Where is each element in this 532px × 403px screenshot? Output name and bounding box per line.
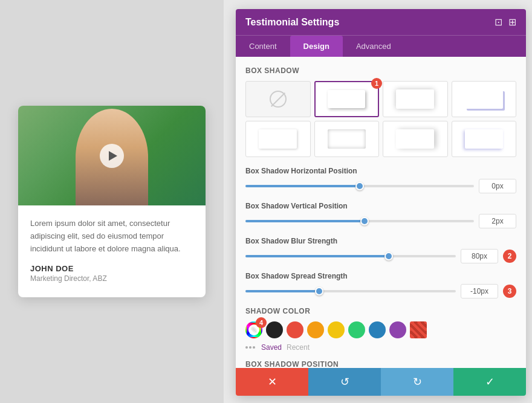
color-badge: 4 [256,317,267,328]
spread-label: Box Shadow Spread Strength [245,272,516,280]
swatch-delete[interactable] [410,321,427,338]
blur-thumb[interactable] [384,252,393,260]
vertical-fill [245,220,365,222]
shadow-preset-5[interactable] [314,121,380,157]
shadow-preset-none[interactable] [245,81,311,117]
undo-button[interactable]: ↺ [308,368,381,396]
shadow-box-3 [465,89,503,109]
shadow-preset-7[interactable] [452,121,517,157]
card-image-wrapper [18,106,206,205]
horizontal-position-row: Box Shadow Horizontal Position [245,167,516,193]
vertical-input[interactable] [479,214,516,228]
swatch-orange[interactable] [307,321,324,338]
settings-panel: Testimonial Settings ⊡ ⊞ Content Design … [236,9,526,396]
quote-text: Lorem ipsum dolor sit amet, consectetur … [30,218,193,255]
blur-badge: 2 [503,250,516,263]
color-actions: Saved Recent [261,343,310,352]
shadow-presets-grid: 1 [245,81,516,157]
selected-badge: 1 [371,78,382,89]
vertical-thumb[interactable] [360,217,369,225]
swatch-yellow[interactable] [328,321,345,338]
swatch-blue[interactable] [369,321,386,338]
shadow-box-2 [396,89,434,109]
color-special-wrap: 4 ✎ [245,321,262,338]
save-button[interactable]: ✓ [453,368,526,396]
more-dots[interactable] [245,346,255,349]
saved-link[interactable]: Saved [261,343,282,352]
shadow-box-5 [328,129,366,149]
box-shadow-label: Box Shadow [245,66,516,75]
fullscreen-icon[interactable]: ⊡ [495,16,502,28]
shadow-preset-3[interactable] [452,81,517,117]
panel-content: Box Shadow 1 [236,57,526,368]
panel-title: Testimonial Settings [245,17,339,28]
recent-link[interactable]: Recent [287,343,310,352]
horizontal-label: Box Shadow Horizontal Position [245,167,516,175]
shadow-box-4 [259,129,297,149]
tab-advanced[interactable]: Advanced [343,36,404,57]
swatch-green[interactable] [348,321,365,338]
vertical-slider-wrap [245,214,516,228]
swatch-purple[interactable] [389,321,406,338]
spread-strength-row: Box Shadow Spread Strength 3 [245,272,516,298]
spread-badge: 3 [503,285,516,298]
swatch-black[interactable] [266,321,283,338]
spread-slider-track[interactable] [245,290,456,292]
blur-input[interactable] [461,249,498,263]
preview-area: Lorem ipsum dolor sit amet, consectetur … [0,0,224,403]
vertical-label: Box Shadow Vertical Position [245,202,516,210]
testimonial-card: Lorem ipsum dolor sit amet, consectetur … [18,106,206,297]
shadow-box-7 [465,129,503,149]
spread-slider-wrap: 3 [245,284,516,298]
action-bar: ✕ ↺ ↻ ✓ [236,368,526,396]
horizontal-thumb[interactable] [355,182,364,190]
vertical-position-row: Box Shadow Vertical Position [245,202,516,228]
shadow-preset-2[interactable] [383,81,448,117]
blur-slider-track[interactable] [245,255,456,257]
shadow-preset-6[interactable] [383,121,448,157]
color-row-2: Saved Recent [245,343,516,352]
spread-fill [245,290,319,292]
spread-input[interactable] [461,284,498,298]
author-title: Marketing Director, ABZ [30,274,193,283]
shadow-preset-1[interactable]: 1 [314,81,380,117]
blur-strength-row: Box Shadow Blur Strength 2 [245,237,516,263]
tab-content[interactable]: Content [236,36,290,57]
swatch-red[interactable] [287,321,303,338]
spread-thumb[interactable] [315,287,323,295]
shadow-box-6 [396,129,434,149]
panel-header: Testimonial Settings ⊡ ⊞ [236,9,526,35]
shadow-box-1 [328,90,365,109]
card-body: Lorem ipsum dolor sit amet, consectetur … [18,205,206,297]
blur-label: Box Shadow Blur Strength [245,237,516,245]
horizontal-slider-track[interactable] [245,185,474,187]
blur-fill [245,255,389,257]
horizontal-input[interactable] [479,179,516,193]
box-shadow-position-label: Box Shadow Position [245,360,516,368]
vertical-slider-track[interactable] [245,220,474,222]
horizontal-slider-wrap [245,179,516,193]
blur-slider-wrap: 2 [245,249,516,263]
author-name: JOHN DOE [30,264,193,273]
shadow-color-label: Shadow Color [245,307,516,315]
play-button[interactable] [100,144,124,168]
color-swatches: 4 ✎ [245,321,516,338]
header-icons: ⊡ ⊞ [495,16,516,28]
no-shadow-icon [270,91,287,108]
redo-button[interactable]: ↻ [381,368,453,396]
tabs-bar: Content Design Advanced [236,35,526,57]
shadow-color-section: Shadow Color 4 ✎ [245,307,516,352]
layout-icon[interactable]: ⊞ [508,16,516,28]
horizontal-fill [245,185,360,187]
shadow-preset-4[interactable] [245,121,311,157]
cancel-button[interactable]: ✕ [236,368,308,396]
tab-design[interactable]: Design [290,36,343,57]
